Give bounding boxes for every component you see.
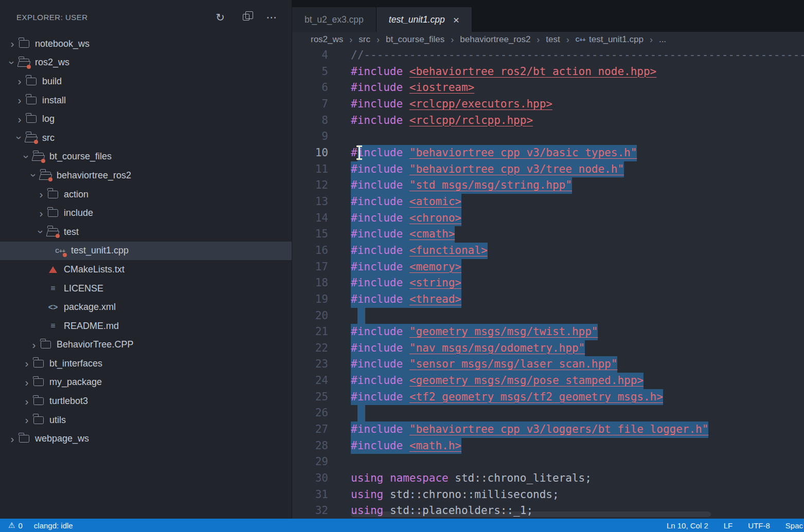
code-line-15[interactable]: 15#include <cmath> bbox=[292, 226, 804, 243]
code-line-6[interactable]: 6#include <iostream> bbox=[292, 80, 804, 96]
gutter-gap bbox=[328, 340, 351, 357]
gutter-gap bbox=[328, 421, 351, 438]
code-line-30[interactable]: 30using namespace std::chrono_literals; bbox=[292, 470, 804, 487]
line-number: 15 bbox=[292, 226, 328, 243]
cpp-file-icon: C++ bbox=[576, 36, 585, 43]
gutter-gap bbox=[328, 259, 351, 276]
code-line-13[interactable]: 13#include <atomic> bbox=[292, 194, 804, 210]
tree-item-webpage-ws[interactable]: ›webpage_ws bbox=[0, 429, 292, 448]
breadcrumb-item[interactable]: ... bbox=[659, 34, 666, 45]
token-kw: #include bbox=[351, 212, 403, 224]
breadcrumb-item[interactable]: src bbox=[359, 34, 370, 45]
token-kw: #include bbox=[351, 98, 403, 110]
line-number: 5 bbox=[292, 64, 328, 80]
code-editor[interactable]: 4//-------------------------------------… bbox=[292, 47, 804, 519]
cursor-position-indicator[interactable]: Ln 10, Col 2 bbox=[667, 521, 708, 530]
code-line-22[interactable]: 22#include "nav_msgs/msg/odometry.hpp" bbox=[292, 340, 804, 357]
tree-item-label: ros2_ws bbox=[34, 57, 69, 68]
tree-item-turtlebot3[interactable]: ›turtlebot3 bbox=[0, 392, 292, 411]
tree-item-my-package[interactable]: ›my_package bbox=[0, 373, 292, 392]
clangd-status[interactable]: clangd: idle bbox=[34, 521, 73, 530]
code-line-20[interactable]: 20 bbox=[292, 308, 804, 324]
tree-item-test[interactable]: ›test bbox=[0, 223, 292, 242]
token-kw: #include bbox=[351, 81, 403, 94]
line-number: 14 bbox=[292, 210, 328, 227]
tree-item-notebook-ws[interactable]: ›notebook_ws bbox=[0, 34, 292, 53]
token-pl bbox=[403, 277, 409, 289]
copy-editors-icon[interactable] bbox=[240, 11, 252, 23]
breadcrumb-item[interactable]: behaviortree_ros2 bbox=[460, 34, 530, 45]
gutter-gap bbox=[328, 243, 351, 259]
code-line-31[interactable]: 31using std::chrono::milliseconds; bbox=[292, 487, 804, 503]
tree-item-utils[interactable]: ›utils bbox=[0, 411, 292, 430]
code-line-12[interactable]: 12#include "std_msgs/msg/string.hpp" bbox=[292, 177, 804, 194]
code-line-21[interactable]: 21#include "geometry_msgs/msg/twist.hpp" bbox=[292, 324, 804, 340]
code-line-4[interactable]: 4//-------------------------------------… bbox=[292, 47, 804, 64]
code-line-28[interactable]: 28#include <math.h> bbox=[292, 438, 804, 454]
code-line-11[interactable]: 11#include "behaviortree_cpp_v3/tree_nod… bbox=[292, 161, 804, 178]
tab-label: bt_u2_ex3.cpp bbox=[305, 14, 364, 25]
code-line-23[interactable]: 23#include "sensor_msgs/msg/laser_scan.h… bbox=[292, 356, 804, 373]
tab-label: test_unit1.cpp bbox=[389, 14, 445, 25]
token-pl bbox=[403, 212, 409, 224]
tree-item-install[interactable]: ›install bbox=[0, 91, 292, 110]
tree-item-include[interactable]: ›include bbox=[0, 204, 292, 223]
tab-test-unit1-cpp[interactable]: test_unit1.cpp× bbox=[377, 7, 472, 32]
tree-item-readme-md[interactable]: ≡README.md bbox=[0, 317, 292, 336]
tree-item-license[interactable]: ≡LICENSE bbox=[0, 279, 292, 298]
tree-item-label: action bbox=[63, 189, 88, 200]
code-line-8[interactable]: 8#include <rclcpp/rclcpp.hpp> bbox=[292, 113, 804, 129]
line-number: 11 bbox=[292, 161, 328, 178]
tree-item-log[interactable]: ›log bbox=[0, 109, 292, 129]
code-line-24[interactable]: 24#include <geometry_msgs/msg/pose_stamp… bbox=[292, 373, 804, 389]
more-actions-icon[interactable]: ⋯ bbox=[266, 11, 277, 23]
code-line-5[interactable]: 5#include <behaviortree_ros2/bt_action_n… bbox=[292, 64, 804, 80]
tab-bt-u2-ex3-cpp[interactable]: bt_u2_ex3.cpp bbox=[292, 7, 377, 32]
code-line-27[interactable]: 27#include "behaviortree_cpp_v3/loggers/… bbox=[292, 421, 804, 438]
code-line-18[interactable]: 18#include <string> bbox=[292, 275, 804, 291]
token-kw: #include bbox=[351, 293, 403, 305]
code-line-9[interactable]: 9 bbox=[292, 129, 804, 145]
gutter-gap bbox=[328, 64, 351, 80]
tree-item-ros2-ws[interactable]: ›ros2_ws bbox=[0, 53, 292, 72]
gutter-gap bbox=[328, 470, 351, 487]
indentation-indicator[interactable]: Spac bbox=[785, 521, 803, 530]
tree-item-behaviortree-ros2[interactable]: ›behaviortree_ros2 bbox=[0, 166, 292, 185]
token-str: <cmath> bbox=[409, 228, 455, 240]
breadcrumb-label: src bbox=[359, 34, 370, 45]
token-pl bbox=[383, 488, 390, 501]
tree-item-test-unit1-cpp[interactable]: C++test_unit1.cpp bbox=[0, 242, 292, 261]
tree-item-action[interactable]: ›action bbox=[0, 185, 292, 204]
chevron-down-icon: › bbox=[13, 132, 26, 144]
close-icon[interactable]: × bbox=[453, 14, 459, 25]
code-line-29[interactable]: 29 bbox=[292, 454, 804, 470]
encoding-indicator[interactable]: UTF-8 bbox=[748, 521, 770, 530]
tree-item-bt-interfaces[interactable]: ›bt_interfaces bbox=[0, 354, 292, 373]
tree-item-behaviortree-cpp[interactable]: ›BehaviorTree.CPP bbox=[0, 336, 292, 355]
code-line-7[interactable]: 7#include <rclcpp/executors.hpp> bbox=[292, 96, 804, 113]
cpp-file-icon: C++ bbox=[55, 245, 66, 256]
breadcrumb-item[interactable]: ros2_ws bbox=[311, 34, 343, 45]
tree-item-package-xml[interactable]: <>package.xml bbox=[0, 298, 292, 317]
breadcrumb-label: behaviortree_ros2 bbox=[460, 34, 530, 45]
folder-icon bbox=[47, 189, 59, 200]
code-line-26[interactable]: 26 bbox=[292, 405, 804, 421]
code-line-25[interactable]: 25#include <tf2_geometry_msgs/tf2_geomet… bbox=[292, 389, 804, 406]
code-line-16[interactable]: 16#include <functional> bbox=[292, 243, 804, 259]
breadcrumb-item[interactable]: bt_course_files bbox=[386, 34, 444, 45]
tree-item-src[interactable]: ›src bbox=[0, 129, 292, 148]
code-line-10[interactable]: 10#include "behaviortree_cpp_v3/basic_ty… bbox=[292, 145, 804, 161]
code-line-19[interactable]: 19#include <thread> bbox=[292, 291, 804, 308]
horizontal-scrollbar[interactable] bbox=[351, 511, 711, 517]
code-line-17[interactable]: 17#include <memory> bbox=[292, 259, 804, 276]
eol-indicator[interactable]: LF bbox=[724, 521, 733, 530]
problems-indicator[interactable]: ⚠ 0 bbox=[8, 521, 23, 530]
tree-item-build[interactable]: ›build bbox=[0, 72, 292, 91]
tree-item-bt-course-files[interactable]: ›bt_course_files bbox=[0, 148, 292, 167]
code-line-14[interactable]: 14#include <chrono> bbox=[292, 210, 804, 227]
token-kw: #include bbox=[351, 65, 403, 78]
breadcrumb-item[interactable]: C++test_unit1.cpp bbox=[576, 34, 644, 45]
breadcrumb-item[interactable]: test bbox=[546, 34, 560, 45]
tree-item-cmakelists-txt[interactable]: CMakeLists.txt bbox=[0, 260, 292, 279]
refresh-icon[interactable]: ↻ bbox=[215, 11, 226, 23]
